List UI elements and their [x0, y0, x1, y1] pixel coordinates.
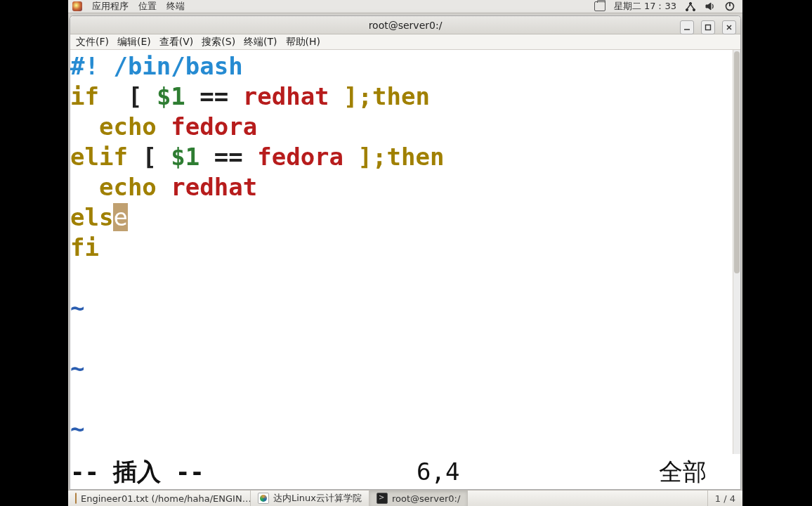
taskbar-label: root@server0:/ [392, 493, 460, 504]
str-redhat-2: redhat [171, 173, 257, 201]
vim-mode: -- 插入 -- [70, 454, 417, 489]
vim-cursor-pos: 6,4 [417, 454, 589, 489]
str-fedora: fedora [171, 112, 257, 141]
scrollbar-thumb[interactable] [734, 51, 740, 274]
bracket-close-then-2: ];then [358, 143, 445, 171]
maximize-button[interactable] [701, 20, 715, 34]
window-title: root@server0:/ [70, 20, 740, 31]
terminal-window: root@server0:/ 文件(F) 编辑(E) 查看(V) 搜索(S) 终… [70, 15, 741, 490]
menu-terminal[interactable]: 终端 [166, 0, 185, 13]
str-fedora-2: fedora [257, 143, 343, 171]
bracket-open: [ [128, 82, 142, 110]
close-button[interactable] [722, 20, 736, 34]
kw-fi: fi [70, 233, 99, 261]
bracket-open-2: [ [142, 143, 156, 171]
kw-echo-2: echo [99, 173, 157, 201]
taskbar-item-browser[interactable]: 达内Linux云计算学院 [251, 491, 369, 506]
vim-status-line: -- 插入 -- 6,4 全部 [70, 454, 740, 489]
minimize-button[interactable] [680, 20, 694, 34]
op-eq: == [199, 82, 228, 110]
menu-places[interactable]: 位置 [138, 0, 157, 13]
vim-cursor: e [113, 203, 127, 231]
volume-icon[interactable] [705, 1, 716, 12]
browser-icon [258, 493, 269, 504]
menubar: 文件(F) 编辑(E) 查看(V) 搜索(S) 终端(T) 帮助(H) [70, 34, 740, 49]
menu-applications[interactable]: 应用程序 [92, 0, 129, 13]
power-icon[interactable] [724, 1, 735, 12]
clock[interactable]: 星期二 17：33 [614, 0, 676, 13]
taskbar-label: 达内Linux云计算学院 [273, 492, 362, 505]
network-icon[interactable] [685, 1, 696, 12]
taskbar-label: Engineer01.txt (/home/haha/ENGIN… [81, 493, 251, 504]
menu-terminal-m[interactable]: 终端(T) [244, 36, 277, 48]
tilde-line: ~ [70, 294, 84, 322]
taskbar: Engineer01.txt (/home/haha/ENGIN… 达内Linu… [68, 490, 742, 506]
menu-view[interactable]: 查看(V) [159, 36, 194, 48]
menu-help[interactable]: 帮助(H) [286, 36, 320, 48]
var-1: $1 [157, 82, 185, 110]
titlebar[interactable]: root@server0:/ [70, 16, 740, 34]
kw-if: if [70, 82, 99, 110]
terminal-icon [376, 493, 388, 504]
op-eq-2: == [214, 143, 243, 171]
scrollbar[interactable] [733, 50, 740, 455]
menu-search[interactable]: 搜索(S) [202, 36, 235, 48]
vim-editor[interactable]: #! /bin/bash if [ $1 == redhat ];then ec… [70, 50, 733, 455]
svg-rect-6 [706, 25, 711, 30]
shebang-line: #! /bin/bash [70, 52, 243, 80]
vim-scroll-pct: 全部 [589, 454, 736, 489]
top-panel: 应用程序 位置 终端 星期二 17：33 [68, 0, 742, 13]
tilde-line: ~ [70, 354, 84, 382]
str-redhat: redhat [243, 82, 329, 110]
tilde-line: ~ [70, 415, 84, 443]
kw-echo: echo [99, 112, 157, 141]
kw-elif: elif [70, 143, 128, 171]
menu-file[interactable]: 文件(F) [76, 36, 109, 48]
taskbar-item-terminal[interactable]: root@server0:/ [369, 491, 468, 506]
var-1b: $1 [171, 143, 199, 171]
kw-else-prefix: els [70, 203, 113, 231]
workspace-switcher[interactable]: 1 / 4 [707, 491, 742, 506]
screenrecord-icon[interactable] [594, 1, 605, 12]
taskbar-item-gedit[interactable]: Engineer01.txt (/home/haha/ENGIN… [68, 491, 251, 506]
bracket-close-then: ];then [343, 82, 430, 110]
applications-icon[interactable] [72, 1, 82, 11]
gedit-icon [75, 493, 77, 504]
menu-edit[interactable]: 编辑(E) [117, 36, 151, 48]
workspace-label: 1 / 4 [715, 493, 735, 504]
